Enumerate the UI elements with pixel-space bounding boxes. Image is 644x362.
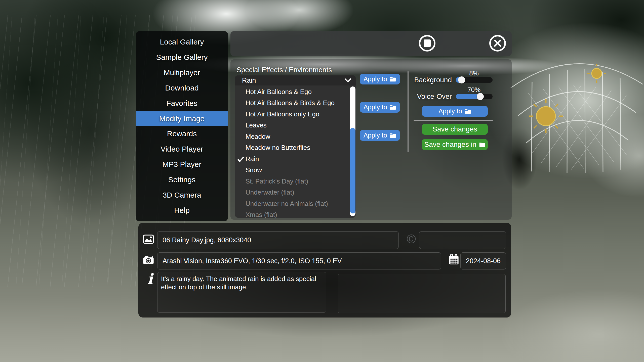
folder-icon: [390, 76, 396, 82]
apply-button-column: Apply to Apply to Apply to: [360, 74, 400, 141]
scrollbar-thumb[interactable]: [350, 128, 355, 213]
folder-icon: [479, 142, 486, 147]
effects-panel: Special Effects / Environments Rain Hot …: [230, 59, 512, 220]
option-leaves[interactable]: Leaves: [235, 120, 356, 131]
option-underwater-no-animals-flat[interactable]: Underwater no Animals (flat): [235, 198, 356, 209]
sidebar-menu: Local GallerySample GalleryMultiplayerDo…: [136, 31, 228, 221]
option-hot-air-balloons-ego[interactable]: Hot Air Balloons & Ego: [235, 86, 356, 98]
folder-icon: [390, 133, 396, 138]
folder-icon: [390, 105, 396, 110]
description-field[interactable]: It's a rainy day. The animated rain is a…: [157, 272, 326, 313]
sidebar-item-help[interactable]: Help: [136, 203, 228, 218]
apply-to-button-apply-to[interactable]: Apply to: [360, 74, 400, 84]
top-bar: [230, 31, 512, 56]
metadata-panel: 06 Rainy Day.jpg, 6080x3040 © Arashi Vis…: [138, 223, 511, 318]
chevron-down-icon: [344, 78, 352, 83]
sidebar-item-modify-image[interactable]: Modify Image: [136, 111, 228, 126]
sidebar-item-favorites[interactable]: Favorites: [136, 96, 228, 111]
sidebar-item-local-gallery[interactable]: Local Gallery: [136, 34, 228, 50]
option-meadow[interactable]: Meadow: [235, 131, 356, 142]
save-changes-in-button[interactable]: Save changes in: [422, 139, 488, 150]
sidebar-item-download[interactable]: Download: [136, 80, 228, 96]
background-slider-thumb[interactable]: [458, 76, 465, 83]
voiceover-label: Voice-Over: [404, 93, 452, 101]
option-list-scrollbar[interactable]: [350, 86, 355, 216]
option-xmas-flat[interactable]: Xmas (flat): [235, 209, 356, 218]
camera-info-field[interactable]: Arashi Vision, Insta360 EVO, 1/30 sec, f…: [157, 252, 441, 269]
image-icon: [143, 235, 154, 244]
date-field[interactable]: 2024-08-06: [460, 252, 506, 269]
option-meadow-no-butterflies[interactable]: Meadow no Butterflies: [235, 142, 356, 154]
save-changes-button[interactable]: Save changes: [422, 124, 488, 135]
sidebar-item-sample-gallery[interactable]: Sample Gallery: [136, 50, 228, 65]
background-slider[interactable]: [456, 77, 493, 83]
sidebar-item-multiplayer[interactable]: Multiplayer: [136, 65, 228, 80]
close-button[interactable]: [489, 35, 506, 52]
info-icon: i: [145, 272, 155, 286]
check-icon: [237, 156, 244, 164]
selected-value: Rain: [242, 77, 256, 84]
effects-select[interactable]: Rain: [235, 75, 356, 85]
option-st-patrick-s-day-flat[interactable]: St. Patrick's Day (flat): [235, 176, 356, 187]
copyright-icon: ©: [405, 232, 417, 246]
app-screen: Local GallerySample GalleryMultiplayerDo…: [0, 0, 644, 362]
option-snow[interactable]: Snow: [235, 165, 356, 176]
option-underwater-flat[interactable]: Underwater (flat): [235, 187, 356, 198]
voiceover-slider[interactable]: [456, 94, 493, 99]
apply-to-button-apply-to[interactable]: Apply to: [360, 102, 400, 113]
sidebar-item-mp3-player[interactable]: MP3 Player: [136, 157, 228, 172]
close-icon: [493, 38, 502, 48]
copyright-field[interactable]: [419, 231, 506, 249]
voiceover-percent: 70%: [465, 86, 482, 94]
secondary-description-field[interactable]: [338, 274, 506, 313]
effects-option-list: Hot Air Balloons & Ego Hot Air Balloons …: [235, 85, 356, 218]
stop-icon: [424, 39, 431, 47]
sidebar-item-video-player[interactable]: Video Player: [136, 142, 228, 157]
calendar-icon: [449, 253, 459, 265]
folder-icon: [465, 109, 471, 114]
filename-field[interactable]: 06 Rainy Day.jpg, 6080x3040: [157, 231, 399, 249]
section-title: Special Effects / Environments: [236, 66, 332, 74]
sidebar-item-3d-camera[interactable]: 3D Camera: [136, 187, 228, 203]
background-percent: 8%: [465, 69, 482, 77]
stop-button[interactable]: [419, 35, 435, 52]
apply-to-button-apply-to[interactable]: Apply to: [360, 130, 400, 141]
mixer-apply-to-button[interactable]: Apply to: [422, 106, 488, 117]
sidebar-item-rewards[interactable]: Rewards: [136, 126, 228, 142]
camera-icon: [143, 255, 154, 265]
background-label: Background: [404, 76, 452, 84]
option-hot-air-balloons-birds-ego[interactable]: Hot Air Balloons & Birds & Ego: [235, 98, 356, 109]
horizontal-divider: [414, 120, 493, 121]
sidebar-item-settings[interactable]: Settings: [136, 172, 228, 187]
option-hot-air-balloons-only-ego[interactable]: Hot Air Balloons only Ego: [235, 109, 356, 120]
option-rain[interactable]: Rain: [235, 153, 356, 165]
voiceover-slider-thumb[interactable]: [477, 93, 484, 100]
